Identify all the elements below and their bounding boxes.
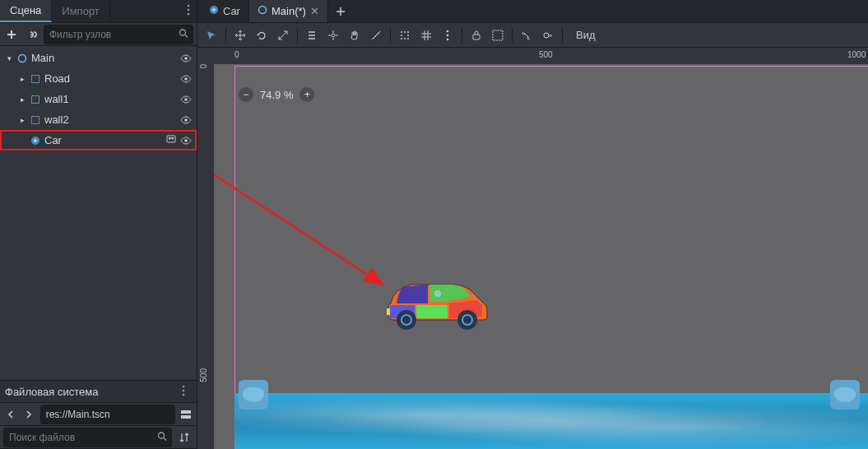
zoom-out-button[interactable]: − xyxy=(239,87,253,102)
visibility-toggle[interactable] xyxy=(180,53,192,64)
grid-snap-button[interactable] xyxy=(417,26,435,44)
sort-icon xyxy=(179,432,190,443)
anim-key-button[interactable] xyxy=(539,26,557,44)
split-icon xyxy=(180,409,192,420)
snap-dots-icon xyxy=(399,30,411,41)
filesystem-path-row xyxy=(0,403,197,426)
add-scene-tab-button[interactable] xyxy=(332,2,350,21)
pivot-icon xyxy=(327,30,339,41)
view-menu-button[interactable]: Вид xyxy=(568,26,604,44)
svg-point-1 xyxy=(188,9,190,12)
lock-tool-button[interactable] xyxy=(324,26,342,44)
list-tool-button[interactable] xyxy=(303,26,321,44)
svg-point-27 xyxy=(332,34,335,37)
file-search-input[interactable] xyxy=(3,428,172,447)
svg-rect-21 xyxy=(181,410,191,414)
scale-tool-button[interactable] xyxy=(274,26,292,44)
scale-icon xyxy=(277,30,289,41)
bone-button[interactable] xyxy=(518,26,536,44)
group-button[interactable] xyxy=(489,26,507,44)
visibility-toggle[interactable] xyxy=(180,73,192,85)
snap-options-button[interactable] xyxy=(439,26,457,44)
chevron-right-icon: ▸ xyxy=(18,95,26,104)
scene-tab-label: Car xyxy=(223,5,240,17)
path-input[interactable] xyxy=(40,405,175,424)
scene-tab-label: Main(*) xyxy=(272,5,306,17)
car-sprite[interactable] xyxy=(378,272,494,330)
scene-panel-menu[interactable] xyxy=(180,1,197,21)
dots-vertical-icon xyxy=(446,30,449,41)
node-label: wall2 xyxy=(44,113,69,126)
pan-tool-button[interactable] xyxy=(346,26,364,44)
svg-point-36 xyxy=(447,30,449,32)
svg-point-2 xyxy=(188,13,190,16)
svg-point-13 xyxy=(34,139,37,142)
node-label: wall1 xyxy=(44,93,69,105)
scene-tab-car[interactable]: Car xyxy=(201,0,249,22)
lock-button[interactable] xyxy=(467,26,485,44)
svg-point-28 xyxy=(401,31,402,33)
scene-tree: ▾ Main ▸ Road ▸ wall1 ▸ wall2 xyxy=(0,46,197,380)
svg-point-38 xyxy=(447,38,449,40)
ruler-vertical: 0 500 xyxy=(197,64,214,449)
tree-row-road[interactable]: ▸ Road xyxy=(0,68,197,89)
visibility-toggle[interactable] xyxy=(180,94,192,105)
collision-icon xyxy=(30,73,41,85)
split-mode-button[interactable] xyxy=(179,405,193,424)
svg-rect-40 xyxy=(493,30,503,40)
ruler-corner xyxy=(197,48,214,64)
svg-point-9 xyxy=(184,98,188,101)
rotate-icon xyxy=(256,30,267,41)
visibility-toggle[interactable] xyxy=(180,135,192,146)
collision-icon xyxy=(30,114,41,126)
separator xyxy=(512,28,513,43)
rotate-tool-button[interactable] xyxy=(253,26,271,44)
snap-button[interactable] xyxy=(396,26,414,44)
visibility-toggle[interactable] xyxy=(180,114,192,126)
move-icon xyxy=(234,30,246,41)
separator xyxy=(225,28,226,43)
chevron-down-icon: ▾ xyxy=(5,54,13,62)
link-button[interactable] xyxy=(24,25,41,44)
node-filter-input[interactable] xyxy=(44,25,193,44)
zoom-in-button[interactable]: + xyxy=(299,87,314,102)
open-scene-icon[interactable] xyxy=(165,133,177,147)
svg-point-35 xyxy=(407,38,409,39)
chevron-right-icon: ▸ xyxy=(18,116,26,124)
nav-back-button[interactable] xyxy=(3,405,18,424)
add-node-button[interactable] xyxy=(3,25,21,44)
hand-icon xyxy=(349,30,360,41)
scene-toolbar xyxy=(0,23,197,46)
camera-bounds xyxy=(234,66,868,449)
nav-forward-button[interactable] xyxy=(21,405,36,424)
link-icon xyxy=(26,29,38,40)
svg-rect-43 xyxy=(416,305,448,318)
sort-button[interactable] xyxy=(175,428,193,447)
filesystem-search-row xyxy=(0,426,197,449)
canvas[interactable]: − 74.9 % + xyxy=(214,64,868,449)
tree-row-car[interactable]: ▸ Car xyxy=(0,130,197,150)
svg-point-20 xyxy=(183,393,185,396)
scene-tab-main[interactable]: Main(*) ✕ xyxy=(249,0,328,22)
move-tool-button[interactable] xyxy=(231,26,249,44)
tree-row-wall2[interactable]: ▸ wall2 xyxy=(0,109,197,130)
filesystem-menu[interactable] xyxy=(175,382,192,402)
right-panel: Car Main(*) ✕ Вид xyxy=(197,0,868,449)
tab-import[interactable]: Импорт xyxy=(52,1,109,21)
svg-point-25 xyxy=(212,8,216,12)
close-tab-button[interactable]: ✕ xyxy=(310,5,319,17)
tree-row-wall1[interactable]: ▸ wall1 xyxy=(0,89,197,109)
key-icon xyxy=(542,30,554,41)
tab-scene[interactable]: Сцена xyxy=(0,0,52,22)
tree-row-main[interactable]: ▾ Main xyxy=(0,48,197,68)
grid-icon xyxy=(420,30,432,41)
scene-instance-icon xyxy=(30,135,41,146)
ruler-horizontal: 0 500 1000 xyxy=(214,48,868,64)
svg-rect-39 xyxy=(473,35,480,39)
ruler-tool-button[interactable] xyxy=(367,26,385,44)
node-label: Car xyxy=(44,134,62,146)
select-tool-button[interactable] xyxy=(202,26,220,44)
svg-point-34 xyxy=(404,38,406,39)
viewport[interactable]: 0 500 1000 0 500 − 74.9 % + xyxy=(197,48,868,449)
chevron-right-icon xyxy=(26,410,32,419)
